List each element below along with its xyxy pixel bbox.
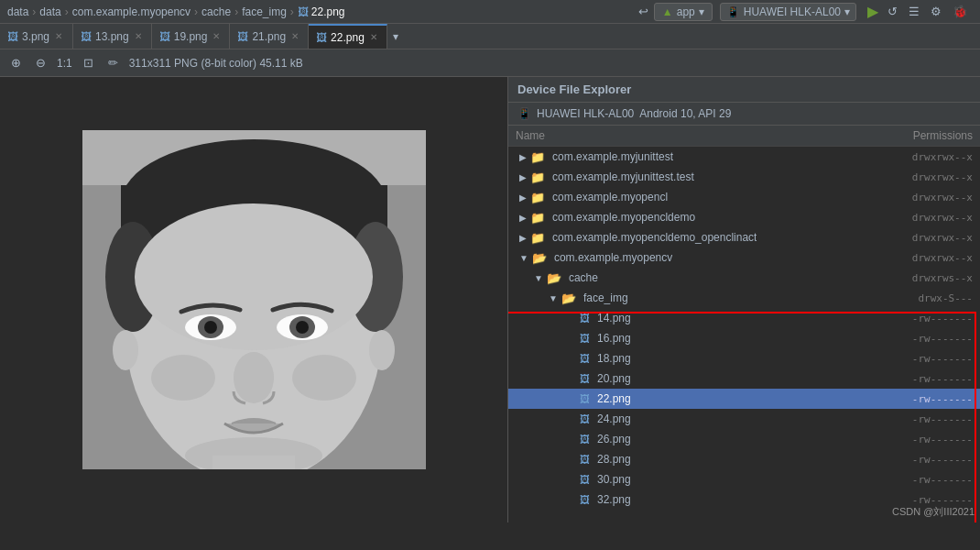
tab-close-13png[interactable]: ✕ [133, 31, 144, 41]
tree-item-permissions: drwxrwx--x [912, 171, 973, 183]
phone-icon-explorer: 📱 [517, 107, 531, 120]
tree-row[interactable]: 🖼 18.png -rw------- [508, 348, 980, 368]
breadcrumb-bar: data › data › com.example.myopencv › cac… [0, 0, 980, 24]
chevron-right-icon: ▶ [519, 152, 527, 162]
tab-bar: 🖼 3.png ✕ 🖼 13.png ✕ 🖼 19.png ✕ 🖼 21.png… [0, 24, 980, 50]
run-button[interactable]: ▶ [864, 1, 882, 22]
file-png-icon: 🖼 [580, 353, 590, 364]
breadcrumb-sep2: › [65, 6, 69, 18]
tree-row-left: 🖼 32.png [516, 493, 631, 506]
tree-row[interactable]: 🖼 16.png -rw------- [508, 328, 980, 348]
app-selector[interactable]: ▲ app ▾ [654, 3, 713, 21]
tree-item-name: com.example.myopencv [554, 251, 672, 264]
tree-row[interactable]: 🖼 24.png -rw------- [508, 409, 980, 429]
tree-item-permissions: -rw------- [912, 434, 973, 446]
device-selector[interactable]: 📱 HUAWEI HLK-AL00 ▾ [720, 3, 856, 21]
tab-close-22png[interactable]: ✕ [368, 32, 379, 42]
tab-close-3png[interactable]: ✕ [53, 31, 64, 41]
col-name-header: Name [516, 129, 545, 142]
svg-rect-23 [82, 130, 426, 469]
tab-label-22png: 22.png [331, 31, 365, 44]
breadcrumb-data1[interactable]: data [7, 6, 28, 18]
tree-row-left: ▶ 📁 com.example.myopencldemo [516, 211, 695, 225]
tree-row[interactable]: ▶ 📁 com.example.myjunittest drwxrwx--x [508, 147, 980, 167]
zoom-in-button[interactable]: ⊖ [32, 54, 49, 72]
tree-row[interactable]: 🖼 26.png -rw------- [508, 429, 980, 449]
breadcrumb-face-img[interactable]: face_img [242, 6, 287, 18]
tab-22png[interactable]: 🖼 22.png ✕ [309, 24, 387, 50]
device-name: HUAWEI HLK-AL00 [744, 6, 841, 18]
help-button[interactable]: 🐞 [947, 3, 973, 20]
tab-label-21png: 21.png [252, 30, 286, 43]
tab-icon-13png: 🖼 [81, 30, 92, 43]
tree-header: Name Permissions [508, 126, 980, 147]
tab-icon-3png: 🖼 [7, 30, 18, 43]
device-name-explorer: HUAWEI HLK-AL00 [537, 107, 634, 120]
tab-icon-19png: 🖼 [159, 30, 170, 43]
tree-row[interactable]: ▼ 📂 cache drwxrws--x [508, 268, 980, 288]
build-menu-button[interactable]: ☰ [903, 3, 925, 20]
folder-icon: 📁 [530, 191, 545, 204]
image-panel [0, 77, 508, 522]
tree-row[interactable]: 🖼 30.png -rw------- [508, 469, 980, 490]
zoom-out-button[interactable]: ⊕ [7, 54, 25, 72]
tree-item-name: com.example.myopencl [552, 191, 668, 204]
folder-open-icon: 📂 [532, 251, 547, 265]
device-info-bar: 📱 HUAWEI HLK-AL00 Android 10, API 29 [508, 103, 980, 126]
tree-row-left: ▶ 📁 com.example.myopencl [516, 191, 668, 204]
tree-item-name: 16.png [597, 332, 631, 345]
tree-item-name: 26.png [597, 433, 631, 446]
tab-13png[interactable]: 🖼 13.png ✕ [73, 24, 152, 50]
tree-item-permissions: drwx-S--- [918, 292, 973, 304]
tree-row[interactable]: ▶ 📁 com.example.myopencldemo drwxrwx--x [508, 207, 980, 227]
tree-item-name: 28.png [597, 453, 631, 466]
tree-row[interactable]: 🖼 14.png -rw------- [508, 308, 980, 328]
edit-button[interactable]: ✏ [104, 54, 122, 72]
tree-item-name: 22.png [597, 392, 631, 405]
tree-row-left: 🖼 24.png [516, 412, 631, 425]
tree-item-permissions: drwxrwx--x [912, 212, 973, 224]
tree-item-permissions: -rw------- [912, 454, 973, 466]
tab-19png[interactable]: 🖼 19.png ✕ [152, 24, 231, 50]
tab-3png[interactable]: 🖼 3.png ✕ [0, 24, 73, 50]
tree-row-left: ▶ 📁 com.example.myjunittest.test [516, 170, 694, 184]
tab-label-19png: 19.png [174, 30, 208, 43]
folder-icon: 📁 [530, 211, 545, 225]
chevron-down-icon: ▼ [534, 273, 543, 283]
chevron-right-icon: ▶ [519, 233, 527, 243]
fit-button[interactable]: ⊡ [80, 54, 97, 72]
main-content: Device File Explorer 📱 HUAWEI HLK-AL00 A… [0, 77, 980, 522]
chevron-down-icon: ▼ [549, 293, 558, 303]
file-tree[interactable]: ▶ 📁 com.example.myjunittest drwxrwx--x ▶… [508, 147, 980, 522]
rebuild-button[interactable]: ↺ [882, 3, 903, 20]
tree-row[interactable]: ▼ 📂 face_img drwx-S--- [508, 288, 980, 308]
tree-item-permissions: -rw------- [912, 474, 973, 486]
tab-more-button[interactable]: ▾ [387, 30, 404, 43]
breadcrumb-file[interactable]: 🖼22.png [298, 6, 345, 18]
back-navigation-btn[interactable]: ↩ [633, 3, 654, 20]
tree-row[interactable]: ▶ 📁 com.example.myjunittest.test drwxrwx… [508, 167, 980, 187]
tree-row-left: 🖼 26.png [516, 433, 631, 446]
device-dropdown-icon: ▾ [844, 6, 850, 18]
image-info-bar: ⊕ ⊖ 1:1 ⊡ ✏ 311x311 PNG (8-bit color) 45… [0, 50, 980, 77]
tree-row[interactable]: ▶ 📁 com.example.myopencl drwxrwx--x [508, 187, 980, 207]
breadcrumb-cache[interactable]: cache [201, 6, 231, 18]
file-png-icon: 🖼 [580, 454, 590, 465]
tree-item-name: 14.png [597, 312, 631, 324]
tab-close-19png[interactable]: ✕ [211, 31, 222, 41]
file-png-icon: 🖼 [580, 313, 590, 324]
tab-close-21png[interactable]: ✕ [289, 31, 300, 41]
tree-row-left: 🖼 18.png [516, 352, 631, 365]
tree-row[interactable]: ▶ 📁 com.example.myopencldemo_openclinact… [508, 227, 980, 248]
breadcrumb-package[interactable]: com.example.myopencv [72, 6, 191, 18]
tree-row[interactable]: ▼ 📂 com.example.myopencv drwxrwx--x [508, 248, 980, 268]
app-triangle-icon: ▲ [662, 6, 673, 18]
breadcrumb-data2[interactable]: data [39, 6, 60, 18]
device-api-info: Android 10, API 29 [639, 107, 731, 120]
tab-21png[interactable]: 🖼 21.png ✕ [230, 24, 309, 50]
tree-row[interactable]: 🖼 22.png -rw------- [508, 389, 980, 409]
tree-row[interactable]: 🖼 28.png -rw------- [508, 449, 980, 469]
tree-row[interactable]: 🖼 20.png -rw------- [508, 368, 980, 389]
tree-row-left: 🖼 16.png [516, 332, 631, 345]
settings-button[interactable]: ⚙ [925, 3, 947, 20]
